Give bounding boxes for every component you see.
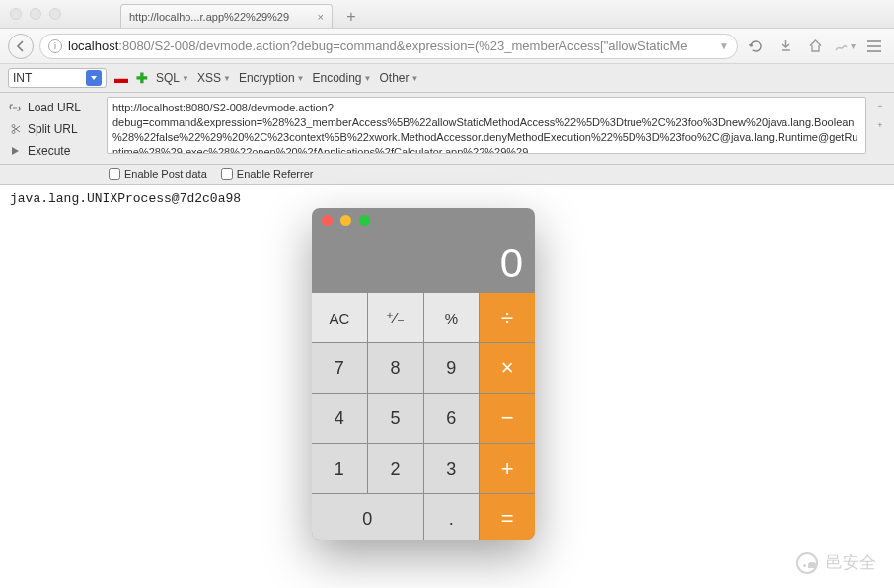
key-divide[interactable]: ÷ xyxy=(480,293,535,342)
site-info-icon[interactable]: i xyxy=(48,39,62,53)
window-titlebar: http://localho...r.app%22%29%29 × + xyxy=(0,0,894,29)
watermark: 邑安全 xyxy=(796,551,876,574)
scissors-icon xyxy=(8,122,22,136)
response-output: java.lang.UNIXProcess@7d2c0a98 xyxy=(10,191,241,206)
hackbar-side-buttons: − + xyxy=(870,97,886,160)
wechat-icon xyxy=(796,552,818,574)
key-0[interactable]: 0 xyxy=(312,494,423,540)
url-host: localhost xyxy=(68,38,118,53)
select-arrow-icon xyxy=(86,70,102,86)
post-checkbox-label: Enable Post data xyxy=(124,168,207,180)
load-url-button[interactable]: Load URL xyxy=(4,99,103,116)
reload-button[interactable] xyxy=(744,35,768,58)
puzzle-icon xyxy=(834,39,850,53)
close-tab-icon[interactable]: × xyxy=(318,11,324,23)
key-add[interactable]: + xyxy=(480,444,535,493)
key-4[interactable]: 4 xyxy=(312,394,367,443)
decrement-button[interactable]: ▬ xyxy=(114,70,128,86)
calc-maximize-button[interactable] xyxy=(359,215,370,226)
key-5[interactable]: 5 xyxy=(368,394,423,443)
tab-title: http://localho...r.app%22%29%29 xyxy=(129,11,289,23)
reload-icon xyxy=(748,38,764,54)
referrer-checkbox-label: Enable Referrer xyxy=(237,168,314,180)
enable-referrer-checkbox[interactable]: Enable Referrer xyxy=(221,168,314,180)
enable-post-checkbox[interactable]: Enable Post data xyxy=(109,168,207,180)
calc-minimize-button[interactable] xyxy=(340,215,351,226)
split-url-label: Split URL xyxy=(28,122,78,136)
url-path: /S2-008/devmode.action?debug=command&exp… xyxy=(151,38,688,53)
extension-button[interactable]: ▾ xyxy=(833,35,857,58)
menu-other[interactable]: Other▼ xyxy=(379,71,418,85)
key-subtract[interactable]: − xyxy=(480,394,535,443)
execute-button[interactable]: Execute xyxy=(4,142,103,160)
key-equals[interactable]: = xyxy=(480,494,535,540)
calculator-keypad: AC ⁺∕₋ % ÷ 7 8 9 × 4 5 6 − 1 2 3 + 0 . = xyxy=(312,293,535,540)
execute-label: Execute xyxy=(28,144,70,158)
post-checkbox-input[interactable] xyxy=(109,168,120,180)
decrease-button[interactable]: − xyxy=(874,97,886,114)
calc-traffic-lights xyxy=(322,215,370,226)
key-decimal[interactable]: . xyxy=(424,494,480,540)
key-3[interactable]: 3 xyxy=(424,444,480,493)
maximize-window-button[interactable] xyxy=(49,8,61,20)
menu-button[interactable] xyxy=(862,35,886,58)
calculator-window[interactable]: 0 AC ⁺∕₋ % ÷ 7 8 9 × 4 5 6 − 1 2 3 + 0 .… xyxy=(312,208,535,540)
menu-encryption[interactable]: Encryption▼ xyxy=(239,71,305,85)
tab-strip: http://localho...r.app%22%29%29 × + xyxy=(120,0,364,28)
referrer-checkbox-input[interactable] xyxy=(221,168,233,180)
calculator-display: 0 xyxy=(500,240,523,287)
calc-close-button[interactable] xyxy=(322,215,333,226)
split-url-button[interactable]: Split URL xyxy=(4,120,103,138)
arrow-left-icon xyxy=(15,40,27,52)
play-icon xyxy=(8,144,22,158)
key-8[interactable]: 8 xyxy=(368,343,423,393)
increase-button[interactable]: + xyxy=(874,116,886,134)
navigation-toolbar: i localhost:8080/S2-008/devmode.action?d… xyxy=(0,29,894,64)
chevron-down-icon: ▼ xyxy=(410,74,418,83)
download-button[interactable] xyxy=(774,35,797,58)
chevron-down-icon: ▼ xyxy=(364,74,372,83)
home-button[interactable] xyxy=(803,35,827,58)
chevron-down-icon: ▼ xyxy=(182,74,189,83)
key-ac[interactable]: AC xyxy=(312,293,367,342)
key-multiply[interactable]: × xyxy=(480,343,535,393)
key-7[interactable]: 7 xyxy=(312,343,367,393)
minimize-window-button[interactable] xyxy=(30,8,41,20)
key-1[interactable]: 1 xyxy=(312,444,367,493)
hackbar-toolbar: INT ▬ ✚ SQL▼ XSS▼ Encryption▼ Encoding▼ … xyxy=(0,64,894,93)
hackbar-options: Enable Post data Enable Referrer xyxy=(0,165,894,185)
chevron-down-icon: ▾ xyxy=(851,40,856,51)
increment-button[interactable]: ✚ xyxy=(136,70,148,86)
url-port: :8080 xyxy=(118,38,151,53)
back-button[interactable] xyxy=(8,34,34,59)
watermark-text: 邑安全 xyxy=(826,551,876,574)
menu-sql[interactable]: SQL▼ xyxy=(156,71,189,85)
key-2[interactable]: 2 xyxy=(368,444,423,493)
key-9[interactable]: 9 xyxy=(424,343,480,393)
hackbar-actions: Load URL Split URL Execute xyxy=(4,97,103,160)
new-tab-button[interactable]: + xyxy=(338,6,364,28)
menu-xss[interactable]: XSS▼ xyxy=(197,71,231,85)
load-url-label: Load URL xyxy=(28,101,81,114)
traffic-lights xyxy=(10,8,61,20)
calculator-titlebar: 0 xyxy=(312,208,535,293)
hackbar-url-input[interactable] xyxy=(107,97,866,154)
chevron-down-icon: ▼ xyxy=(297,74,305,83)
db-select[interactable]: INT xyxy=(8,68,107,88)
menu-encoding[interactable]: Encoding▼ xyxy=(313,71,372,85)
close-window-button[interactable] xyxy=(10,8,22,20)
key-percent[interactable]: % xyxy=(424,293,480,342)
chevron-down-icon: ▼ xyxy=(223,74,231,83)
home-icon xyxy=(808,38,823,53)
key-plusminus[interactable]: ⁺∕₋ xyxy=(368,293,423,342)
download-icon xyxy=(779,38,793,53)
hackbar-main: Load URL Split URL Execute − + xyxy=(0,93,894,165)
db-select-value: INT xyxy=(13,71,32,85)
url-bar[interactable]: i localhost:8080/S2-008/devmode.action?d… xyxy=(39,34,738,59)
url-history-dropdown-icon[interactable]: ▼ xyxy=(719,40,729,51)
url-text: localhost:8080/S2-008/devmode.action?deb… xyxy=(68,38,709,53)
hamburger-icon xyxy=(866,39,882,53)
key-6[interactable]: 6 xyxy=(424,394,480,443)
link-icon xyxy=(8,101,22,114)
browser-tab[interactable]: http://localho...r.app%22%29%29 × xyxy=(120,4,333,28)
